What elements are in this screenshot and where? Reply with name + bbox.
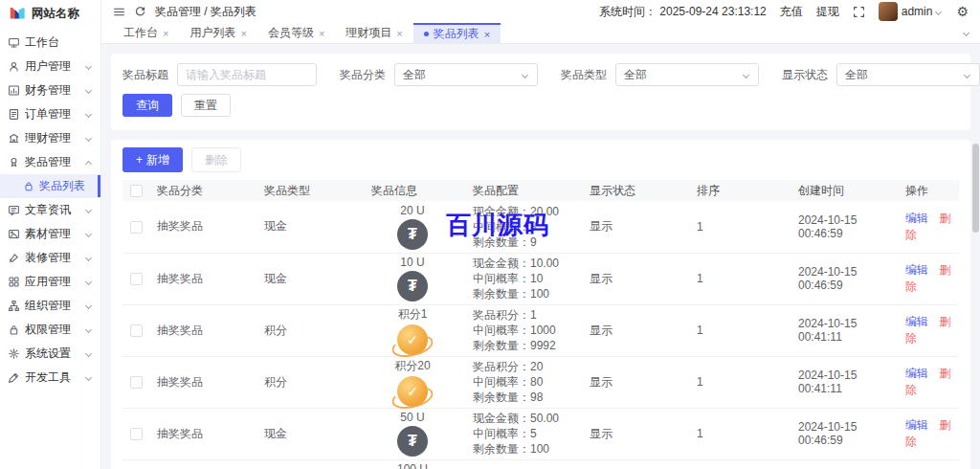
display-status-select[interactable]: 全部 [836, 63, 980, 86]
prize-icon [8, 156, 20, 168]
cell-info: 积分20 ✓ [368, 356, 469, 408]
tab-user-list[interactable]: 用户列表 × [179, 23, 256, 43]
filter-actions-row: 查询 重置 [122, 94, 959, 117]
edit-link[interactable]: 编辑 [905, 315, 928, 328]
cell-actions: 编辑 删除 [902, 459, 959, 469]
config-line: 剩余数量：98 [473, 390, 582, 405]
sidebar-item-label: 权限管理 [25, 322, 81, 338]
breadcrumb: 奖品管理 / 奖品列表 [155, 4, 256, 20]
close-icon[interactable]: × [319, 28, 324, 39]
sidebar-item-material[interactable]: 素材管理 [0, 222, 100, 246]
orders-icon [8, 108, 20, 121]
sidebar-item-permission[interactable]: 权限管理 [0, 318, 100, 342]
cell-status: 显示 [586, 253, 693, 304]
fullscreen-icon[interactable] [853, 6, 865, 18]
username: admin [902, 5, 933, 18]
sidebar-item-apps[interactable]: 应用管理 [0, 270, 100, 294]
search-button[interactable]: 查询 [122, 94, 172, 117]
refresh-icon[interactable] [134, 6, 146, 18]
filter-title-group: 奖品标题 [122, 63, 317, 86]
chevron-icon [85, 111, 92, 118]
config-line: 现金金额：20.00 [473, 204, 582, 219]
close-icon[interactable]: × [163, 28, 168, 39]
tab-workbench[interactable]: 工作台 × [113, 23, 179, 43]
config-line: 剩余数量：100 [473, 441, 582, 457]
cell-info: 10 U ₮ [368, 253, 469, 304]
cell-category: 抽奖奖品 [153, 356, 260, 408]
article-icon [8, 204, 20, 216]
row-checkbox[interactable] [130, 273, 143, 285]
prize-type-select[interactable]: 全部 [615, 63, 759, 86]
tab-prize-list[interactable]: 奖品列表 × [413, 23, 501, 43]
scrollbar-thumb[interactable] [972, 144, 979, 233]
close-icon[interactable]: × [484, 29, 490, 40]
add-button[interactable]: + 新增 [122, 147, 183, 172]
cell-actions: 编辑 删除 [902, 356, 959, 408]
prize-title-input[interactable] [177, 63, 317, 86]
cell-actions: 编辑 删除 [902, 408, 959, 459]
main-area: 奖品管理 / 奖品列表 系统时间： 2025-09-24 23:13:12 充值… [101, 0, 980, 469]
tabs-dropdown-icon[interactable] [964, 23, 970, 43]
sidebar-item-devtools[interactable]: 开发工具 [0, 366, 100, 390]
chevron-icon [85, 326, 92, 333]
cell-status: 显示 [586, 201, 693, 253]
sidebar-subitem-prize-list[interactable]: 奖品列表 [0, 174, 100, 198]
chevron-icon [85, 350, 92, 357]
active-indicator [98, 175, 100, 197]
cell-actions: 编辑 删除 [902, 253, 959, 304]
vertical-scrollbar[interactable] [972, 44, 979, 469]
sidebar-item-article[interactable]: 文章资讯 [0, 198, 100, 222]
recharge-link[interactable]: 充值 [780, 4, 803, 20]
delete-button[interactable]: 删除 [191, 147, 241, 172]
tab-member-level[interactable]: 会员等级 × [257, 23, 335, 43]
coin-symbol: ₮ [408, 226, 417, 243]
topbar-right: 系统时间： 2025-09-24 23:13:12 充值 提现 admin ⚙ [599, 2, 969, 21]
edit-link[interactable]: 编辑 [905, 212, 928, 225]
row-checkbox[interactable] [130, 376, 143, 389]
sidebar-item-wealth[interactable]: 理财管理 [0, 126, 100, 150]
chevron-icon [85, 63, 92, 70]
sidebar-item-workbench[interactable]: 工作台 [0, 31, 100, 55]
sidebar-item-org[interactable]: 组织管理 [0, 294, 100, 318]
edit-link[interactable]: 编辑 [905, 367, 928, 380]
cell-status: 显示 [586, 356, 693, 408]
prize-category-select[interactable]: 全部 [394, 63, 538, 86]
cell-info: 积分1 ✓ [368, 304, 469, 356]
sidebar-item-label: 工作台 [25, 34, 81, 51]
sidebar-item-users[interactable]: 用户管理 [0, 55, 100, 78]
sidebar-subitem-label: 奖品列表 [39, 178, 93, 194]
close-icon[interactable]: × [240, 28, 246, 39]
row-checkbox[interactable] [130, 428, 143, 440]
prize-type-label: 奖品类型 [561, 67, 607, 83]
tab-wealth-project[interactable]: 理财项目 × [335, 23, 412, 43]
gear-icon[interactable]: ⚙ [956, 5, 969, 18]
cell-config: 现金金额：20.00 中间概率：8 剩余数量：9 [469, 201, 586, 253]
cell-status: 显示 [586, 408, 693, 459]
row-checkbox[interactable] [130, 324, 143, 337]
cell-sort: 1 [693, 459, 794, 469]
prize-category-label: 奖品分类 [340, 67, 386, 83]
select-all-checkbox[interactable] [130, 185, 143, 197]
sidebar-item-orders[interactable]: 订单管理 [0, 102, 100, 126]
sidebar-item-settings[interactable]: 系统设置 [0, 342, 100, 366]
collapse-menu-icon[interactable] [113, 6, 125, 18]
edit-link[interactable]: 编辑 [905, 418, 928, 432]
cell-config: 奖品积分：1 中间概率：1000 剩余数量：9992 [469, 304, 586, 356]
cell-config: 现金金额：100.00 中间概率：1 [469, 459, 586, 469]
cell-info: 20 U ₮ [368, 201, 469, 253]
reset-button[interactable]: 重置 [181, 94, 231, 117]
decorate-icon [8, 252, 20, 264]
table-row: 抽奖奖品 积分 积分1 ✓ 奖品积分：1 中间概率：1000 剩余数量：9992… [122, 304, 959, 356]
row-checkbox[interactable] [130, 221, 143, 234]
sidebar-item-label: 文章资讯 [25, 202, 81, 218]
close-icon[interactable]: × [396, 28, 402, 39]
col-actions: 操作 [902, 180, 959, 201]
cell-actions: 编辑 删除 [902, 304, 959, 356]
prize-list-icon [23, 181, 34, 192]
sidebar-item-finance[interactable]: 财务管理 [0, 78, 100, 102]
user-menu[interactable]: admin [879, 2, 944, 21]
sidebar-item-decorate[interactable]: 装修管理 [0, 246, 100, 270]
sidebar-item-prize[interactable]: 奖品管理 [0, 150, 100, 174]
withdraw-link[interactable]: 提现 [816, 4, 839, 20]
edit-link[interactable]: 编辑 [905, 263, 928, 277]
